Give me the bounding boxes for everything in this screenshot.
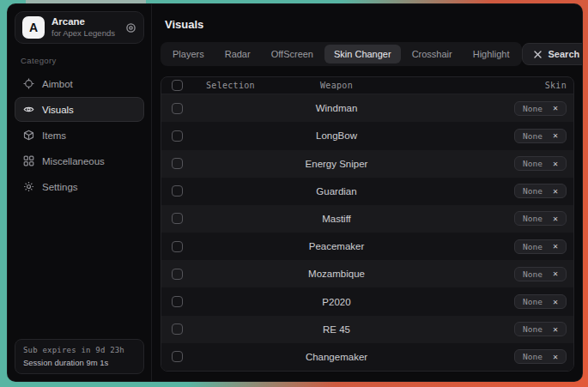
sidebar-item-label: Aimbot xyxy=(42,79,73,89)
skin-value-badge[interactable]: None ✕ xyxy=(514,349,567,364)
app-logo: A xyxy=(22,16,45,39)
clear-skin-icon[interactable]: ✕ xyxy=(553,242,558,251)
skin-value-badge[interactable]: None ✕ xyxy=(514,322,567,336)
search-button-label: Search xyxy=(549,49,580,59)
clear-skin-icon[interactable]: ✕ xyxy=(553,187,558,196)
clear-skin-icon[interactable]: ✕ xyxy=(553,215,558,223)
clear-skin-icon[interactable]: ✕ xyxy=(553,353,558,361)
row-checkbox[interactable] xyxy=(172,351,183,362)
skin-value: None xyxy=(523,269,543,279)
table-row: Changemaker None ✕ xyxy=(161,343,573,371)
skin-value: None xyxy=(523,159,543,168)
tab[interactable]: Crosshair xyxy=(403,45,462,63)
gear-icon xyxy=(23,181,34,192)
clear-skin-icon[interactable]: ✕ xyxy=(553,269,558,278)
skin-value-badge[interactable]: None ✕ xyxy=(514,294,567,309)
row-checkbox[interactable] xyxy=(172,241,183,252)
app-subtitle: for Apex Legends xyxy=(52,28,115,38)
table-body: Windman None ✕ LongBow xyxy=(161,94,573,371)
clear-skin-icon[interactable]: ✕ xyxy=(553,160,558,168)
sidebar-item[interactable]: Miscellaneous xyxy=(15,148,144,173)
row-checkbox[interactable] xyxy=(172,103,183,114)
row-checkbox[interactable] xyxy=(172,185,183,197)
skin-value: None xyxy=(523,352,543,361)
search-icon xyxy=(534,51,542,58)
skin-changer-table: Selection Weapon Skin Windman None ✕ xyxy=(161,76,574,372)
tab[interactable]: OffScreen xyxy=(262,45,323,63)
skin-value: None xyxy=(523,214,543,223)
tab[interactable]: Radar xyxy=(215,45,260,63)
table-row: Guardian None ✕ xyxy=(161,178,573,205)
table-row: Peacemaker None ✕ xyxy=(161,233,573,260)
app-header-card: A Arcane for Apex Legends xyxy=(15,11,144,44)
clear-skin-icon[interactable]: ✕ xyxy=(553,298,558,306)
skin-value: None xyxy=(523,131,543,141)
weapon-name: Energy Sniper xyxy=(295,159,378,169)
table-row: Mozambique None ✕ xyxy=(161,260,573,287)
weapon-name: Mastiff xyxy=(295,214,378,224)
skin-value-badge[interactable]: None ✕ xyxy=(514,239,567,254)
select-all-checkbox[interactable] xyxy=(172,80,183,91)
session-duration-text: Session duration 9m 1s xyxy=(23,358,136,367)
skin-value: None xyxy=(523,242,543,251)
app-window: A Arcane for Apex Legends Category Aimbo… xyxy=(7,3,583,382)
search-button[interactable]: Search xyxy=(522,43,583,65)
sidebar-nav: Aimbot Visuals Items Miscellaneous xyxy=(15,71,144,200)
column-header-skin: Skin xyxy=(545,81,567,90)
target-icon[interactable] xyxy=(125,22,136,33)
tab-bar: Players Radar OffScreen Skin Changer Cro… xyxy=(161,42,522,66)
skin-value-badge[interactable]: None ✕ xyxy=(514,156,567,171)
row-checkbox[interactable] xyxy=(172,269,183,280)
tab[interactable]: Highlight xyxy=(464,45,519,63)
clear-skin-icon[interactable]: ✕ xyxy=(553,104,558,112)
package-icon xyxy=(23,130,34,141)
sidebar-item-label: Miscellaneous xyxy=(42,156,105,166)
category-label: Category xyxy=(21,56,138,65)
row-checkbox[interactable] xyxy=(172,158,183,169)
skin-value-badge[interactable]: None ✕ xyxy=(514,267,567,281)
weapon-name: Mozambique xyxy=(295,269,378,279)
eye-icon xyxy=(23,104,34,115)
sub-expiry-text: Sub expires in 9d 23h xyxy=(23,346,136,354)
skin-value: None xyxy=(523,324,543,334)
sidebar-item-label: Visuals xyxy=(42,105,74,115)
weapon-name: Peacemaker xyxy=(295,241,378,251)
weapon-name: RE 45 xyxy=(295,324,378,335)
row-checkbox[interactable] xyxy=(172,296,183,307)
weapon-name: Windman xyxy=(295,103,378,113)
page-title: Visuals xyxy=(165,18,574,31)
sidebar-item[interactable]: Items xyxy=(15,123,144,148)
grid-icon xyxy=(23,155,34,166)
app-title: Arcane xyxy=(52,16,115,28)
row-checkbox[interactable] xyxy=(172,324,183,335)
row-checkbox[interactable] xyxy=(172,130,183,142)
skin-value: None xyxy=(523,104,543,113)
sidebar-item[interactable]: Aimbot xyxy=(15,71,144,96)
weapon-name: LongBow xyxy=(295,130,378,141)
skin-value-badge[interactable]: None ✕ xyxy=(514,101,567,116)
weapon-name: Changemaker xyxy=(295,352,378,362)
sidebar-item[interactable]: Settings xyxy=(15,174,144,199)
skin-value: None xyxy=(523,297,543,306)
desktop: { "colors": { "accent_teal": "#58b5a3", … xyxy=(0,0,588,387)
tab[interactable]: Players xyxy=(163,45,214,63)
weapon-name: P2020 xyxy=(295,297,378,307)
subscription-info-card: Sub expires in 9d 23h Session duration 9… xyxy=(15,339,144,374)
sidebar-item[interactable]: Visuals xyxy=(15,97,144,122)
column-header-selection: Selection xyxy=(206,81,295,90)
skin-value-badge[interactable]: None ✕ xyxy=(514,129,567,143)
sidebar: A Arcane for Apex Legends Category Aimbo… xyxy=(8,4,152,381)
clear-skin-icon[interactable]: ✕ xyxy=(553,325,558,334)
tab[interactable]: Skin Changer xyxy=(324,45,401,63)
skin-value-badge[interactable]: None ✕ xyxy=(514,211,567,226)
clear-skin-icon[interactable]: ✕ xyxy=(553,131,558,140)
table-row: Energy Sniper None ✕ xyxy=(161,150,573,178)
table-row: Windman None ✕ xyxy=(161,94,573,122)
row-checkbox[interactable] xyxy=(172,213,183,224)
crosshair-icon xyxy=(23,78,34,89)
weapon-name: Guardian xyxy=(295,186,378,197)
table-row: RE 45 None ✕ xyxy=(161,316,573,343)
toolbar: Players Radar OffScreen Skin Changer Cro… xyxy=(161,42,574,66)
skin-value-badge[interactable]: None ✕ xyxy=(514,184,567,198)
column-header-weapon: Weapon xyxy=(295,81,378,90)
